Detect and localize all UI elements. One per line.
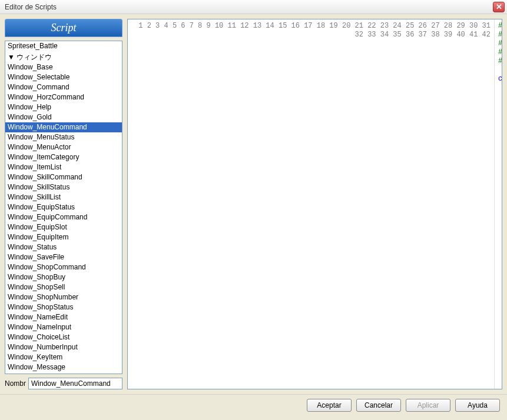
list-item[interactable]: Spriteset_Battle (5, 41, 122, 51)
titlebar[interactable]: Editor de Scripts ✕ (0, 0, 507, 14)
list-item[interactable]: Window_EquipSlot (5, 222, 122, 232)
close-button[interactable]: ✕ (493, 2, 505, 12)
list-item[interactable]: Window_EquipStatus (5, 202, 122, 212)
list-item[interactable]: ▼ ウィンドウ (5, 52, 122, 62)
list-item[interactable]: Window_Help (5, 102, 122, 112)
line-gutter: 1 2 3 4 5 6 7 8 9 10 11 12 13 14 15 16 1… (128, 19, 495, 389)
list-item[interactable]: Window_ShopStatus (5, 302, 122, 312)
list-item[interactable]: Window_SkillList (5, 192, 122, 202)
list-item[interactable]: Window_Base (5, 62, 122, 72)
code-body[interactable]: #=======================================… (495, 19, 502, 389)
list-item[interactable]: Window_ShopNumber (5, 292, 122, 302)
list-item[interactable]: Window_ItemList (5, 162, 122, 172)
list-item[interactable]: Window_Gold (5, 112, 122, 122)
list-item[interactable]: Window_MenuActor (5, 142, 122, 152)
list-item[interactable]: Window_MenuStatus (5, 132, 122, 142)
list-item[interactable]: Window_ShopCommand (5, 262, 122, 272)
accept-button[interactable]: Aceptar (307, 399, 352, 412)
list-item[interactable]: Window_NumberInput (5, 342, 122, 352)
list-item[interactable]: Window_NameEdit (5, 312, 122, 322)
list-item[interactable]: Window_Status (5, 242, 122, 252)
list-item[interactable]: Window_ShopSell (5, 282, 122, 292)
name-input[interactable] (28, 378, 122, 389)
list-item[interactable]: Window_SkillStatus (5, 182, 122, 192)
list-item[interactable]: Window_NameInput (5, 322, 122, 332)
close-icon: ✕ (496, 2, 502, 11)
list-item[interactable]: Window_ShopBuy (5, 272, 122, 282)
list-item[interactable]: Window_MenuCommand (5, 122, 122, 132)
list-item[interactable]: Window_Message (5, 362, 122, 372)
list-item[interactable]: Window_HorzCommand (5, 92, 122, 102)
list-item[interactable]: Window_ItemCategory (5, 152, 122, 162)
panel-header: Script (5, 19, 122, 37)
list-item[interactable]: Window_ChoiceList (5, 332, 122, 342)
name-row: Nombr (5, 378, 122, 389)
code-editor[interactable]: 1 2 3 4 5 6 7 8 9 10 11 12 13 14 15 16 1… (127, 19, 502, 389)
list-item[interactable]: Window_Command (5, 82, 122, 92)
script-list[interactable]: Spriteset_Battle ▼ ウィンドウWindow_BaseWindo… (5, 41, 122, 374)
button-bar: Aceptar Cancelar Aplicar Ayuda (0, 394, 507, 415)
cancel-button[interactable]: Cancelar (356, 399, 401, 412)
main-area: Script Spriteset_Battle ▼ ウィンドウWindow_Ba… (0, 14, 507, 394)
list-item[interactable]: Window_EquipCommand (5, 212, 122, 222)
window-title: Editor de Scripts (2, 3, 493, 11)
list-item[interactable]: Window_ScrollText (5, 372, 122, 374)
help-button[interactable]: Ayuda (455, 399, 500, 412)
name-label: Nombr (5, 379, 26, 388)
list-item[interactable]: Window_KeyItem (5, 352, 122, 362)
left-panel: Script Spriteset_Battle ▼ ウィンドウWindow_Ba… (5, 19, 122, 389)
list-item[interactable]: Window_SaveFile (5, 252, 122, 262)
apply-button[interactable]: Aplicar (406, 399, 450, 412)
list-item[interactable]: Window_EquipItem (5, 232, 122, 242)
list-item[interactable]: Window_SkillCommand (5, 172, 122, 182)
list-item[interactable]: Window_Selectable (5, 72, 122, 82)
